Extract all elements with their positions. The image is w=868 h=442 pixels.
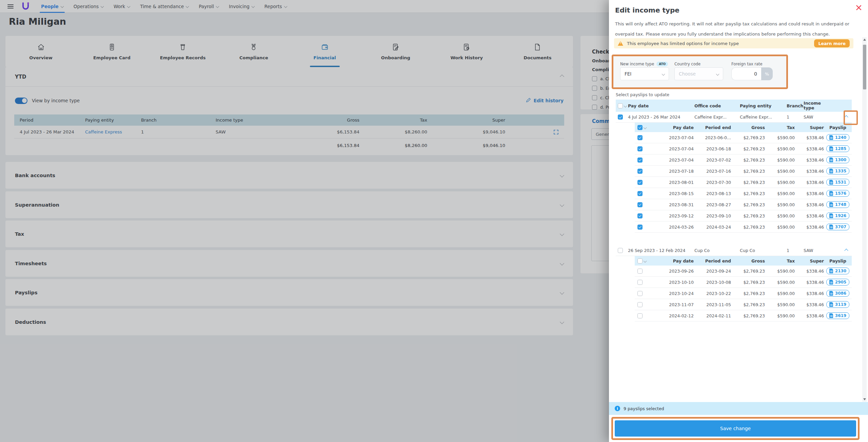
group-select-all-checkbox[interactable] (637, 258, 643, 264)
cell-gross: $2,769.23 (731, 291, 765, 296)
payslip-checkbox[interactable] (637, 180, 643, 185)
close-icon[interactable]: × (855, 3, 863, 12)
payslip-checkbox[interactable] (637, 269, 643, 274)
group-checkbox[interactable] (618, 248, 623, 253)
payslip-number: 1748 (835, 202, 846, 207)
group-income-type: SAW (804, 115, 829, 120)
chevron-down-icon[interactable] (624, 104, 627, 107)
payslip-checkbox[interactable] (637, 280, 643, 285)
cell-super: $338.46 (795, 213, 824, 218)
payslip-link[interactable]: 1285 (826, 145, 849, 152)
payslip-checkbox[interactable] (637, 169, 643, 174)
payslip-link[interactable]: 1531 (826, 179, 849, 186)
cell-tax: $590.00 (765, 180, 795, 185)
scroll-down-icon[interactable] (863, 398, 866, 400)
cell-super: $338.46 (795, 135, 824, 140)
payslip-checkbox[interactable] (637, 146, 643, 151)
payslip-link[interactable]: 3707 (826, 224, 849, 230)
payslip-link[interactable]: 1335 (826, 168, 849, 174)
payslip-checkbox[interactable] (637, 191, 643, 196)
cell-period-end: 2023-06-18 (694, 146, 731, 151)
col-super: Super (795, 258, 824, 264)
cell-tax: $590.00 (765, 213, 795, 218)
payslip-group-row[interactable]: 26 Sep 2023 - 12 Feb 2024Cup CoCup Co1SA… (616, 245, 852, 256)
country-code-select[interactable]: Choose (674, 67, 723, 80)
payslip-link[interactable]: 1748 (826, 201, 849, 208)
cell-super: $338.46 (795, 302, 824, 307)
payslip-row: 2024-03-262024-03-24$2,769.23$590.00$338… (635, 222, 852, 233)
payslip-link[interactable]: 3619 (826, 312, 849, 319)
col-gross: Gross (731, 125, 765, 130)
col-super: Super (795, 125, 824, 130)
payslip-number: 3086 (835, 291, 846, 296)
drawer-scrollbar[interactable] (862, 37, 867, 402)
scroll-up-icon[interactable] (863, 39, 866, 41)
selection-info-bar: i 9 payslips selected (609, 402, 868, 415)
col-payslip: Payslip (824, 125, 852, 130)
payslip-row: 2023-10-102023-10-08$2,769.23$590.00$338… (635, 277, 852, 288)
payslip-number: 3119 (835, 302, 846, 307)
payslip-checkbox[interactable] (637, 157, 643, 163)
payslip-row: 2023-09-262023-09-24$2,769.23$590.00$338… (635, 266, 852, 277)
col-tax: Tax (765, 125, 795, 130)
payslip-inner-header: Pay datePeriod endGrossTaxSuperPayslip (635, 256, 852, 266)
payslip-link[interactable]: 3119 (826, 301, 849, 308)
col-paying-entity: Paying entity (740, 103, 787, 108)
payslip-checkbox[interactable] (637, 313, 643, 318)
chevron-down-icon[interactable] (644, 126, 647, 129)
col-income-type: Income type (804, 101, 829, 110)
cell-super: $338.46 (795, 191, 824, 196)
payslip-row: 2024-02-122024-02-11$2,769.23$590.00$338… (635, 310, 852, 321)
select-all-checkbox[interactable] (618, 103, 623, 108)
payslip-link[interactable]: 1926 (826, 212, 849, 219)
payslip-number: 2905 (835, 280, 846, 285)
income-type-select[interactable]: FEI (620, 67, 669, 80)
percent-suffix: % (761, 67, 773, 80)
col-pay-date: Pay date (654, 125, 694, 130)
payslip-checkbox[interactable] (637, 291, 643, 296)
cell-pay-date: 2023-07-04 (654, 157, 694, 163)
cell-tax: $590.00 (765, 157, 795, 163)
learn-more-button[interactable]: Learn more (814, 39, 850, 47)
chevron-down-icon[interactable] (644, 259, 647, 262)
group-select-all-checkbox[interactable] (637, 125, 643, 130)
cell-pay-date: 2024-03-26 (654, 225, 694, 230)
application-root: PeopleOperationsWorkTime & attendancePay… (0, 0, 868, 442)
payslip-link[interactable]: 2905 (826, 279, 849, 286)
foreign-tax-rate-input[interactable] (731, 67, 761, 80)
payslip-row: 2023-08-312023-08-27$2,769.23$590.00$338… (635, 199, 852, 210)
payslip-checkbox[interactable] (637, 225, 643, 230)
payslip-inner-table: Pay datePeriod endGrossTaxSuperPayslip20… (635, 123, 852, 233)
payslip-link[interactable]: 2130 (826, 268, 849, 274)
cell-gross: $2,769.23 (731, 135, 765, 140)
cell-gross: $2,769.23 (731, 269, 765, 274)
drawer-title: Edit income type (615, 6, 679, 14)
income-type-form: New income type ATO FEI Country code Cho… (612, 55, 788, 89)
payslip-group-row[interactable]: 4 Jul 2023 - 26 Mar 2024Caffeine Expr...… (616, 112, 852, 123)
payslip-number: 1335 (835, 169, 846, 173)
payslip-number: 1926 (835, 213, 846, 218)
group-office-code: Caffeine Expr... (694, 114, 740, 120)
payslip-link[interactable]: 1240 (826, 134, 849, 141)
collapse-icon[interactable] (844, 115, 848, 119)
payslip-link[interactable]: 3086 (826, 290, 849, 297)
payslip-checkbox[interactable] (637, 213, 643, 218)
new-income-type-label: New income type ATO (620, 62, 668, 66)
payslip-number: 1285 (835, 146, 846, 151)
cell-tax: $590.00 (765, 169, 795, 174)
payslip-checkbox[interactable] (637, 302, 643, 307)
cell-tax: $590.00 (765, 191, 795, 196)
cell-gross: $2,769.23 (731, 213, 765, 218)
scrollbar-thumb[interactable] (863, 45, 866, 89)
payslip-link[interactable]: 1576 (826, 190, 849, 197)
cell-super: $338.46 (795, 169, 824, 174)
save-change-button[interactable]: Save change (615, 420, 856, 437)
cell-pay-date: 2023-07-04 (654, 146, 694, 151)
payslip-link[interactable]: 1300 (826, 156, 849, 163)
cell-pay-date: 2023-09-12 (654, 213, 694, 218)
country-code-placeholder: Choose (679, 71, 696, 77)
payslip-checkbox[interactable] (637, 135, 643, 140)
payslip-checkbox[interactable] (637, 202, 643, 207)
collapse-icon[interactable] (844, 249, 848, 252)
group-checkbox[interactable] (618, 114, 623, 120)
